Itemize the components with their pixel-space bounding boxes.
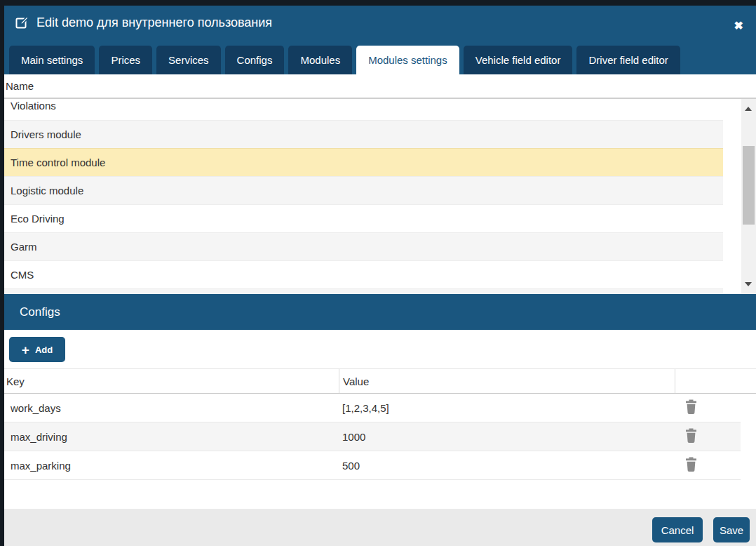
column-header-actions [675,369,756,393]
module-row-drivers-module[interactable]: Drivers module [4,120,723,148]
tab-modules-settings[interactable]: Modules settings [356,46,459,74]
modules-list: Violations Drivers module Time control m… [4,99,756,294]
dialog-title: Edit demo для внутреннего пользования [36,15,272,30]
edit-icon [15,16,29,29]
modules-column-header-name: Name [4,74,756,99]
config-actions [675,428,741,446]
edit-demo-dialog: Edit demo для внутреннего пользования ✖ … [4,6,756,546]
tab-configs[interactable]: Configs [225,46,285,74]
trash-icon[interactable] [684,428,698,444]
config-value: 500 [339,460,675,472]
column-header-key: Key [4,369,339,393]
tab-main-settings[interactable]: Main settings [9,46,95,74]
dialog-footer: Cancel Save [4,509,756,546]
config-row-work-days[interactable]: work_days [1,2,3,4,5] [4,394,741,422]
trash-icon[interactable] [684,399,698,415]
module-row-garm[interactable]: Garm [4,232,723,260]
configs-table-header: Key Value [4,368,756,394]
list-scrollbar[interactable] [741,99,756,294]
config-row-max-parking[interactable]: max_parking 500 [4,451,741,480]
add-button-label: Add [35,345,53,355]
module-row-cms[interactable]: CMS [4,260,723,288]
tab-services[interactable]: Services [156,46,221,74]
module-row-violations[interactable]: Violations [4,99,723,120]
config-row-max-driving[interactable]: max_driving 1000 [4,422,741,451]
configs-section-title: Configs [4,294,756,330]
empty-area [4,480,756,509]
config-actions [675,457,741,474]
add-button[interactable]: + Add [9,337,65,362]
config-key: max_parking [4,460,339,472]
config-actions [675,399,741,417]
tab-driver-field-editor[interactable]: Driver field editor [576,46,680,74]
save-button[interactable]: Save [713,517,750,542]
configs-table-body: work_days [1,2,3,4,5] max_driving 1000 [4,394,741,480]
module-row-time-control-module[interactable]: Time control module [4,148,723,176]
scroll-down-icon[interactable] [745,282,752,286]
configs-toolbar: + Add [4,330,756,368]
tab-prices[interactable]: Prices [99,46,152,74]
module-row-logistic-module[interactable]: Logistic module [4,176,723,204]
plus-icon: + [22,344,29,356]
config-key: work_days [4,402,339,414]
close-icon[interactable]: ✖ [733,19,745,33]
module-row-partial [4,288,723,294]
scrollbar-thumb[interactable] [743,146,755,225]
trash-icon[interactable] [684,457,698,472]
dialog-title-row: Edit demo для внутреннего пользования [4,6,756,30]
tab-bar: Main settings Prices Services Configs Mo… [9,46,680,74]
cancel-button[interactable]: Cancel [652,517,703,542]
module-row-eco-driving[interactable]: Eco Driving [4,204,723,232]
tab-modules[interactable]: Modules [288,46,352,74]
column-header-value: Value [339,369,675,393]
tab-vehicle-field-editor[interactable]: Vehicle field editor [464,46,573,74]
scroll-up-icon[interactable] [745,107,752,111]
config-value: [1,2,3,4,5] [339,402,675,414]
config-value: 1000 [339,431,675,443]
dialog-header: Edit demo для внутреннего пользования ✖ … [4,6,756,74]
config-key: max_driving [4,431,339,443]
modules-list-rows: Violations Drivers module Time control m… [4,99,723,294]
